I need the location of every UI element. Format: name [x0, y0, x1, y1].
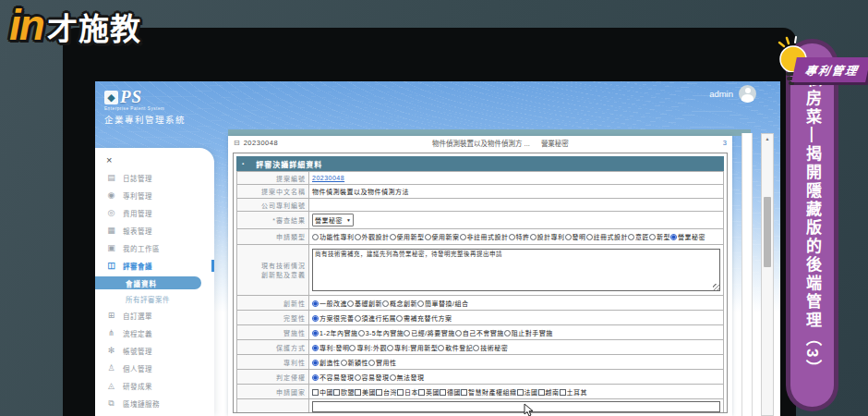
sidebar-item[interactable]: ✻帳號管理 [95, 342, 214, 360]
radio-option[interactable]: 需補充替代方案 [396, 315, 452, 322]
checkbox-icon[interactable] [376, 389, 382, 396]
radio-icon[interactable] [390, 374, 396, 381]
sidebar-item[interactable]: ⊞自訂選單 [95, 307, 214, 324]
radio-option[interactable]: 基礎創新 [347, 300, 382, 307]
checkbox-option[interactable]: 歐盟 [333, 389, 355, 396]
checkbox-icon[interactable] [560, 389, 566, 396]
radio-icon[interactable] [349, 345, 356, 351]
checkbox-icon[interactable] [397, 389, 404, 396]
sidebar-item[interactable]: ⋔流程定義 [95, 324, 214, 342]
radio-icon[interactable] [417, 300, 424, 307]
radio-option[interactable]: 概念創新 [382, 300, 417, 307]
checkbox-option[interactable]: 德國 [440, 389, 461, 396]
radio-option[interactable]: 意匠 [628, 234, 649, 240]
radio-option[interactable]: 不容易發現 [312, 374, 355, 381]
radio-icon[interactable] [355, 234, 361, 240]
checkbox-option[interactable]: 英國 [418, 389, 440, 396]
radio-icon[interactable] [504, 330, 511, 336]
checkbox-option[interactable]: 法國 [517, 389, 538, 396]
radio-icon[interactable] [358, 330, 365, 336]
radio-icon[interactable] [355, 374, 361, 381]
radio-option[interactable]: 專利:實用新型 [387, 345, 438, 351]
resize-grip-icon[interactable] [713, 284, 719, 290]
next-field-cutoff[interactable] [312, 401, 720, 412]
radio-option[interactable]: 新穎性 [341, 360, 369, 366]
radio-icon[interactable] [312, 345, 319, 351]
radio-icon[interactable] [670, 234, 677, 240]
radio-icon[interactable] [312, 330, 319, 336]
radio-option[interactable]: 自己不會實施 [455, 330, 504, 336]
radio-icon[interactable] [404, 330, 410, 336]
radio-icon[interactable] [387, 345, 393, 351]
sidebar-subitem[interactable]: 所有評審案件 [95, 291, 214, 307]
radio-option[interactable]: 非註冊式設計 [460, 234, 509, 240]
checkbox-icon[interactable] [517, 389, 524, 396]
checkbox-icon[interactable] [312, 389, 319, 396]
checkbox-icon[interactable] [418, 389, 425, 396]
radio-icon[interactable] [355, 315, 361, 322]
radio-icon[interactable] [312, 300, 319, 307]
checkbox-icon[interactable] [538, 389, 545, 396]
radio-option[interactable]: 設計專利 [530, 234, 565, 240]
checkbox-option[interactable]: 中國 [312, 389, 333, 396]
radio-option[interactable]: 容易發現 [355, 374, 390, 381]
checkbox-icon[interactable] [440, 389, 446, 396]
checkbox-option[interactable]: 美國 [355, 389, 376, 396]
collapse-icon[interactable]: ⊟ [234, 139, 240, 147]
sidebar-item[interactable]: ◉專利管理 [95, 187, 214, 204]
radio-option[interactable]: 實用性 [368, 360, 397, 366]
radio-icon[interactable] [347, 300, 354, 307]
radio-icon[interactable] [530, 234, 536, 240]
sidebar-item[interactable]: ▤日誌管理 [95, 169, 214, 187]
radio-icon[interactable] [455, 330, 462, 336]
close-icon[interactable]: × [106, 154, 117, 165]
sidebar-item[interactable]: ▦報表管理 [95, 222, 214, 239]
checkbox-icon[interactable] [461, 389, 467, 396]
radio-icon[interactable] [312, 234, 319, 240]
radio-option[interactable]: 已經/將要實施 [404, 330, 454, 336]
radio-icon[interactable] [473, 345, 479, 351]
radio-option[interactable]: 須進行拓展 [355, 315, 397, 322]
sidebar-item[interactable]: ⧉區塊鏈服務 [95, 395, 214, 412]
radio-option[interactable]: 專利:發明 [312, 345, 349, 351]
radio-icon[interactable] [390, 234, 396, 240]
radio-option[interactable]: 新型 [649, 234, 670, 240]
radio-option[interactable]: 特許 [509, 234, 530, 240]
radio-icon[interactable] [460, 234, 466, 240]
result-select[interactable]: 營業秘密▼ [312, 214, 354, 226]
radio-icon[interactable] [586, 234, 593, 240]
checkbox-option[interactable]: 越南 [538, 389, 560, 396]
checkbox-icon[interactable] [355, 389, 361, 396]
radio-option[interactable]: 使用新案 [425, 234, 460, 240]
radio-icon[interactable] [382, 300, 389, 307]
radio-icon[interactable] [312, 360, 319, 366]
sidebar-item[interactable]: ▣我的工作區 [95, 239, 214, 257]
radio-icon[interactable] [312, 374, 319, 381]
sidebar-item[interactable]: ◫評審會議 [95, 257, 214, 275]
sidebar-item[interactable]: ◬研發成果 [95, 377, 214, 395]
scrollbar-thumb[interactable] [764, 197, 771, 267]
radio-option[interactable]: 發明 [565, 234, 586, 240]
radio-option[interactable]: 阻止對手實施 [504, 330, 553, 336]
radio-icon[interactable] [368, 360, 375, 366]
radio-option[interactable]: 1-2年內實施 [312, 330, 358, 336]
radio-option[interactable]: 軟件登記 [438, 345, 473, 351]
sidebar-subitem-selected[interactable]: 會議資料 [95, 276, 201, 289]
radio-option[interactable]: 簡單替換/組合 [417, 300, 468, 307]
radio-option[interactable]: 創造性 [312, 360, 341, 366]
radio-icon[interactable] [312, 315, 319, 322]
user-box[interactable]: admin [709, 85, 756, 103]
radio-option[interactable]: 專利:外觀 [349, 345, 386, 351]
radio-option[interactable]: 外觀設計 [355, 234, 390, 240]
radio-option[interactable]: 技術秘密 [473, 345, 508, 351]
remarks-textarea[interactable]: 尚有技術需補充，建議先列為營業秘密，待發明完整後再提出申請 [312, 249, 720, 291]
radio-icon[interactable] [565, 234, 572, 240]
radio-option[interactable]: 一般改進 [312, 300, 347, 307]
scroll-up-icon[interactable]: ▲ [762, 134, 773, 141]
avatar[interactable] [739, 85, 756, 103]
radio-option[interactable]: 3-5年內實施 [358, 330, 404, 336]
radio-icon[interactable] [438, 345, 444, 351]
radio-option[interactable]: 使用新型 [390, 234, 425, 240]
checkbox-option[interactable]: 日本 [397, 389, 418, 396]
sidebar-item[interactable]: ♙個人管理 [95, 360, 214, 377]
